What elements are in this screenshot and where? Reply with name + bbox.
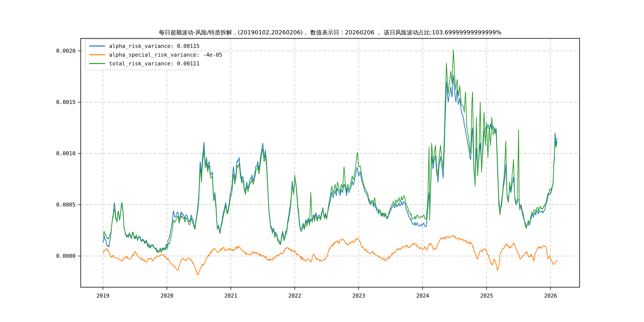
y-tick-label: 0.0005 [56,202,76,208]
legend-row-alpha-special-risk-variance: alpha_special_risk_variance: -4e-05 [86,50,194,59]
legend-line-sample-blue [89,46,105,46]
figure-canvas: 每日超额波动-风险/特质拆解，(20190102,20260206)， 数值表示… [0,0,644,322]
y-tick-label: 0.0020 [56,48,76,54]
legend-row-alpha-risk-variance: alpha_risk_variance: 0.00115 [86,42,194,50]
x-tick-label: 2026 [544,292,557,299]
x-tick-label: 2022 [288,292,301,299]
x-tick-label: 2020 [160,292,173,299]
legend-label-alpha-special-risk-variance: alpha_special_risk_variance: -4e-05 [109,52,222,58]
series-line-total_risk_variance [103,50,557,253]
series-line-alpha_special_risk_variance [103,235,557,275]
x-tick-label: 2021 [224,292,237,299]
y-tick-label: 0.0000 [56,253,76,259]
axis-ticks [78,51,550,290]
axis-tick-labels: 201920202021202220232024202520260.00000.… [56,48,557,299]
legend-line-sample-green [89,63,105,64]
x-tick-label: 2019 [96,292,109,299]
y-tick-label: 0.0010 [56,150,76,156]
series-line-alpha_risk_variance [103,76,557,252]
x-tick-label: 2025 [480,292,493,299]
legend-row-total-risk-variance: total_risk_variance: 0.00111 [86,59,194,68]
legend-line-sample-orange [89,54,105,55]
legend-label-alpha-risk-variance: alpha_risk_variance: 0.00115 [109,43,200,49]
chart-legend: alpha_risk_variance: 0.00115 alpha_speci… [85,39,194,70]
series-group [103,50,557,275]
y-tick-label: 0.0015 [56,99,76,105]
legend-label-total-risk-variance: total_risk_variance: 0.00111 [109,60,200,66]
x-tick-label: 2024 [416,292,429,299]
x-tick-label: 2023 [352,292,365,299]
